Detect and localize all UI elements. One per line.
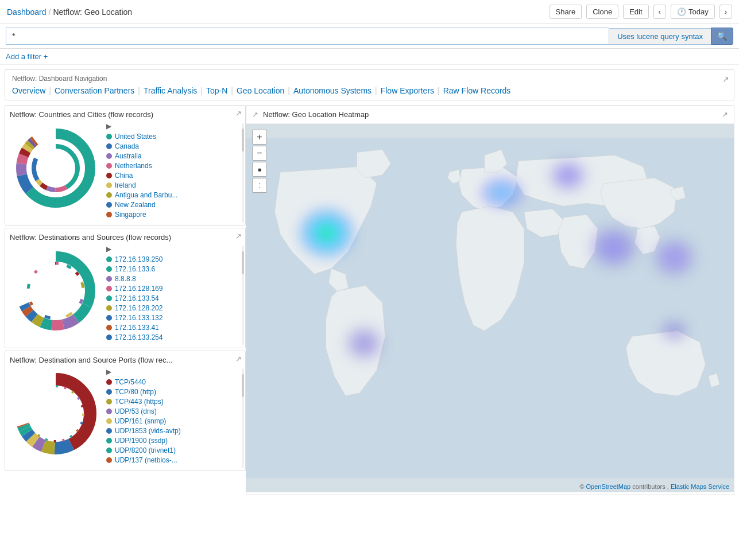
map-expand-icon-right[interactable]: ↗	[722, 110, 728, 119]
dashboard-nav-section: Netflow: Dashboard Navigation ↗ Overview…	[5, 69, 734, 100]
legend-dot-china	[106, 173, 112, 178]
legend-item-ip4: 172.16.128.169	[106, 285, 241, 293]
map-title-text: Netflow: Geo Location Heatmap	[263, 110, 722, 119]
edit-button[interactable]: Edit	[623, 5, 648, 19]
prev-arrow-button[interactable]: ‹	[653, 5, 666, 19]
ems-link[interactable]: Elastic Maps Service	[671, 483, 729, 490]
legend-dot-ip4	[106, 286, 112, 291]
next-arrow-button[interactable]: ›	[719, 5, 732, 19]
search-button[interactable]: 🔍	[711, 28, 733, 45]
clock-icon: 🕐	[677, 7, 686, 16]
legend-item-tcp80: TCP/80 (http)	[106, 388, 241, 396]
breadcrumb: Dashboard / Netflow: Geo Location	[7, 7, 132, 17]
legend-label-ip9[interactable]: 172.16.133.254	[115, 333, 162, 341]
legend-label-ip3[interactable]: 8.8.8.8	[115, 275, 136, 283]
destinations-panel-expand-icon[interactable]: ↗	[235, 232, 242, 240]
settings-button[interactable]: ⋮	[252, 178, 267, 193]
heatmap-australia	[660, 319, 688, 342]
map-title-bar: ↗ Netflow: Geo Location Heatmap ↗	[246, 106, 734, 124]
legend-label-udp53[interactable]: UDP/53 (dns)	[115, 407, 157, 415]
map-expand-icon-left[interactable]: ↗	[252, 110, 258, 119]
legend-label-udp1900[interactable]: UDP/1900 (ssdp)	[115, 437, 168, 445]
legend-label-ip8[interactable]: 172.16.133.41	[115, 324, 159, 332]
legend-label-tcp443[interactable]: TCP/443 (https)	[115, 398, 164, 406]
legend-label-china[interactable]: China	[115, 172, 133, 180]
legend-label-netherlands[interactable]: Netherlands	[115, 162, 152, 170]
nav-link-autonomous-systems[interactable]: Autonomous Systems	[293, 86, 372, 95]
legend-dot-udp53	[106, 409, 112, 414]
today-label: Today	[688, 7, 709, 16]
ports-scrollbar[interactable]	[242, 368, 244, 468]
ports-panel-content: ▶ TCP/5440 TCP/80 (http) TCP/443 (https)	[10, 368, 241, 466]
nav-link-raw-flow-records[interactable]: Raw Flow Records	[443, 86, 510, 95]
expand-nav-icon[interactable]: ↗	[722, 75, 729, 84]
left-panels: Netflow: Countries and Cities (flow reco…	[5, 105, 246, 495]
legend-label-ireland[interactable]: Ireland	[115, 181, 136, 189]
legend-label-udp1853[interactable]: UDP/1853 (vids-avtp)	[115, 427, 181, 435]
breadcrumb-dashboard-link[interactable]: Dashboard	[7, 7, 47, 17]
map-container[interactable]: + − ■ ⋮ © OpenStreetMap contributors , E…	[246, 124, 734, 492]
nav-links: Overview | Conversation Partners | Traff…	[12, 86, 727, 95]
nav-link-geo-location[interactable]: Geo Location	[237, 86, 284, 95]
heatmap-north-america	[298, 207, 355, 259]
legend-label-udp161[interactable]: UDP/161 (snmp)	[115, 417, 166, 425]
legend-label-australia[interactable]: Australia	[115, 152, 142, 160]
legend-dot-ireland	[106, 182, 112, 188]
legend-label-ip2[interactable]: 172.16.133.6	[115, 265, 155, 273]
legend-label-ip4[interactable]: 172.16.128.169	[115, 285, 162, 293]
add-filter-link[interactable]: Add a filter +	[6, 52, 48, 61]
legend-label-canada[interactable]: Canada	[115, 142, 139, 150]
legend-item-udp161: UDP/161 (snmp)	[106, 417, 241, 425]
countries-panel-expand-icon[interactable]: ↗	[235, 109, 242, 118]
countries-panel-content: ▶ United States Canada Australia	[10, 122, 241, 220]
legend-label-udp137[interactable]: UDP/137 (netbios-...	[115, 456, 177, 464]
legend-label-tcp80[interactable]: TCP/80 (http)	[115, 388, 156, 396]
legend-label-nz[interactable]: New Zealand	[115, 201, 156, 209]
ports-panel: Netflow: Destination and Source Ports (f…	[5, 351, 246, 471]
legend-item-udp1853: UDP/1853 (vids-avtp)	[106, 427, 241, 435]
search-input[interactable]	[6, 28, 609, 45]
clone-button[interactable]: Clone	[586, 5, 618, 19]
map-controls: + − ■ ⋮	[252, 130, 267, 193]
heatmap-south-america	[347, 328, 381, 359]
legend-item-ip1: 172.16.139.250	[106, 255, 241, 263]
legend-item-udp137: UDP/137 (netbios-...	[106, 456, 241, 464]
zoom-in-button[interactable]: +	[252, 130, 267, 145]
ports-donut-chart	[10, 368, 102, 460]
nav-link-traffic-analysis[interactable]: Traffic Analysis	[144, 86, 197, 95]
zoom-out-button[interactable]: −	[252, 146, 267, 161]
destinations-legend-expand[interactable]: ▶	[106, 245, 111, 253]
legend-label-udp8200[interactable]: UDP/8200 (trivnet1)	[115, 446, 176, 454]
legend-label-antigua[interactable]: Antigua and Barbu...	[115, 191, 177, 199]
destinations-scrollbar[interactable]	[242, 246, 244, 345]
osm-link[interactable]: OpenStreetMap	[586, 483, 631, 490]
countries-legend-header: ▶	[106, 122, 241, 130]
ports-legend-expand[interactable]: ▶	[106, 368, 111, 376]
legend-label-ip7[interactable]: 172.16.133.132	[115, 314, 162, 322]
nav-link-overview[interactable]: Overview	[12, 86, 45, 95]
legend-label-tcp5440[interactable]: TCP/5440	[115, 378, 146, 386]
share-button[interactable]: Share	[550, 5, 582, 19]
fullscreen-button[interactable]: ■	[252, 162, 267, 177]
today-button[interactable]: 🕐 Today	[671, 5, 715, 19]
legend-dot-ip9	[106, 335, 112, 340]
ports-panel-expand-icon[interactable]: ↗	[235, 355, 242, 363]
nav-link-top-n[interactable]: Top-N	[206, 86, 227, 95]
top-actions: Share Clone Edit ‹ 🕐 Today ›	[550, 5, 732, 19]
legend-label-ip1[interactable]: 172.16.139.250	[115, 255, 162, 263]
nav-link-flow-exporters[interactable]: Flow Exporters	[381, 86, 434, 95]
legend-label-ip6[interactable]: 172.16.128.202	[115, 304, 162, 312]
legend-label-ip5[interactable]: 172.16.133.54	[115, 294, 159, 302]
nav-link-conversation-partners[interactable]: Conversation Partners	[55, 86, 134, 95]
legend-label-us[interactable]: United States	[115, 133, 156, 141]
legend-label-singapore[interactable]: Singapore	[115, 211, 146, 219]
countries-panel-title: Netflow: Countries and Cities (flow reco…	[10, 110, 241, 119]
countries-scrollbar[interactable]	[242, 123, 244, 223]
legend-dot-udp137	[106, 457, 112, 463]
legend-dot-canada	[106, 143, 112, 149]
destinations-panel: Netflow: Destinations and Sources (flow …	[5, 228, 246, 348]
map-footer: © OpenStreetMap contributors , Elastic M…	[579, 483, 729, 490]
legend-dot-singapore	[106, 212, 112, 217]
countries-legend-expand[interactable]: ▶	[106, 122, 111, 130]
legend-item-china: China	[106, 172, 241, 180]
